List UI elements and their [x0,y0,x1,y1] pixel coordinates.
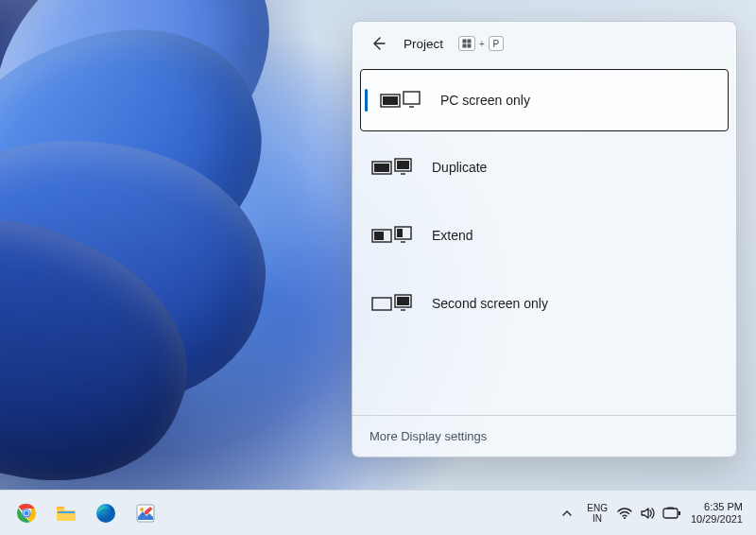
time-label: 6:35 PM [704,501,743,513]
option-extend[interactable]: Extend [352,201,736,269]
pinned-app-icon[interactable] [129,496,163,530]
svg-rect-24 [58,511,75,513]
taskbar-right: ENG IN 6:35 PM 10/29/2021 [557,496,743,530]
svg-rect-16 [372,298,391,310]
panel-header: Project + P [352,22,736,63]
windows-key-icon [458,36,475,51]
volume-icon [640,506,655,521]
tray-overflow-button[interactable] [557,496,577,530]
svg-rect-3 [468,44,472,48]
svg-rect-6 [404,92,420,104]
svg-rect-2 [463,44,467,48]
clock[interactable]: 6:35 PM 10/29/2021 [691,501,743,526]
svg-rect-9 [374,164,389,172]
option-label: Second screen only [432,296,548,311]
arrow-left-icon [370,36,386,51]
svg-point-23 [25,510,29,515]
option-label: Extend [432,228,473,243]
extend-icon [371,224,413,247]
p-key: P [489,36,504,51]
panel-title: Project [404,37,443,51]
wallpaper-bloom [0,0,397,510]
option-duplicate[interactable]: Duplicate [352,133,736,201]
language-code: ENG [587,503,608,513]
svg-rect-0 [463,40,467,43]
wifi-icon [617,506,632,521]
language-region: IN [593,513,602,524]
language-indicator[interactable]: ENG IN [587,503,608,524]
svg-point-27 [140,508,144,511]
option-label: Duplicate [432,160,487,175]
project-flyout-panel: Project + P PC screen only [352,21,737,457]
battery-icon [662,507,681,520]
back-button[interactable] [366,31,390,56]
shortcut-hint: + P [458,36,504,51]
svg-rect-30 [679,511,680,515]
chevron-up-icon [561,508,573,519]
option-label: PC screen only [440,93,530,108]
system-tray[interactable] [617,506,681,521]
svg-rect-5 [383,96,398,105]
svg-rect-18 [397,297,409,305]
chrome-app-icon[interactable] [9,496,43,530]
edge-app-icon[interactable] [89,496,123,530]
taskbar: ENG IN 6:35 PM 10/29/2021 [0,490,756,535]
option-pc-screen-only[interactable]: PC screen only [360,69,729,131]
plus-separator: + [479,39,485,49]
more-link-label: More Display settings [369,429,487,443]
date-label: 10/29/2021 [691,513,743,526]
svg-rect-1 [468,40,472,43]
pc-screen-only-icon [380,89,421,112]
duplicate-icon [371,156,413,179]
svg-point-28 [624,516,626,518]
taskbar-left [9,496,163,530]
file-explorer-icon[interactable] [49,496,83,530]
second-screen-only-icon [371,292,413,315]
option-second-screen-only[interactable]: Second screen only [352,269,736,337]
project-options-list: PC screen only Duplicate [352,63,736,415]
svg-rect-11 [397,161,409,169]
more-display-settings-link[interactable]: More Display settings [352,415,736,457]
svg-rect-29 [663,509,678,518]
